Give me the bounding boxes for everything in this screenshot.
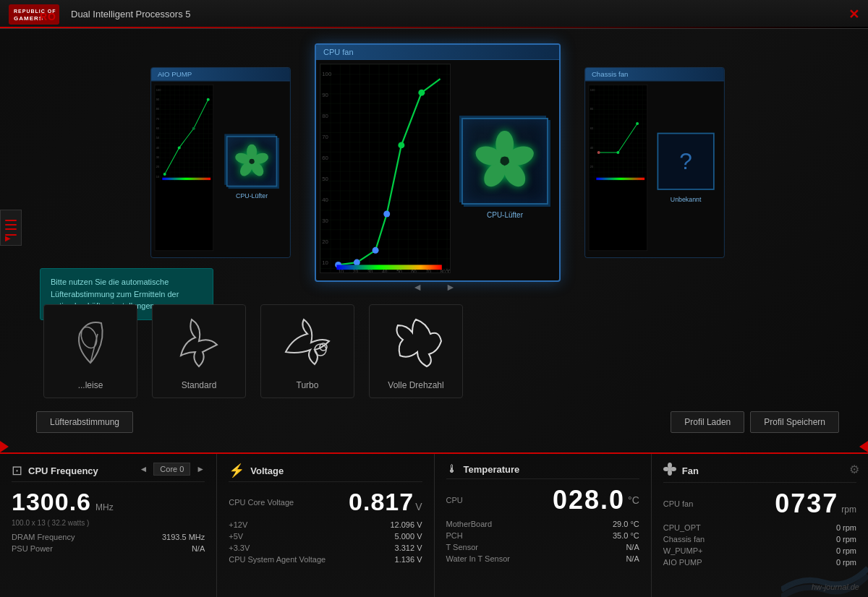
profile-buttons: Profil Laden Profil Speichern xyxy=(671,411,839,433)
cpu-opt-row: CPU_OPT 0 rpm xyxy=(663,523,856,532)
fan-card-title-cpu: CPU fan xyxy=(316,45,559,60)
stats-panel: ⊡ CPU Frequency ◄ Core 0 ► 1300.6 MHz 10… xyxy=(0,452,868,597)
fan-card-chassis[interactable]: Chassis fan 100 80 60 40 20 xyxy=(584,67,725,258)
fan-card-body-cpu: 100 90 80 70 60 50 40 30 20 10 10 20 30 xyxy=(316,60,559,277)
svg-point-69 xyxy=(597,151,600,154)
pch-temp-value: 35.0 °C xyxy=(613,531,639,540)
core-selector[interactable]: ◄ Core 0 ► xyxy=(136,463,208,476)
cpu-sub-info: 100.0 x 13 ( 32.2 watts ) xyxy=(12,519,205,527)
temp-header: 🌡 Temperature xyxy=(446,463,639,479)
standard-label: Standard xyxy=(182,380,217,390)
core-label: Core 0 xyxy=(153,463,190,476)
cpu-temp-main-row: CPU 028.0 °C xyxy=(446,485,639,515)
svg-text:80: 80 xyxy=(156,107,160,111)
tsensor-label: T Sensor xyxy=(446,543,478,551)
fan-controls-bar: Lüfterabstimmung Profil Laden Profil Spe… xyxy=(0,405,868,439)
stats-cpu-freq: ⊡ CPU Frequency ◄ Core 0 ► 1300.6 MHz 10… xyxy=(0,454,217,597)
svg-text:100: 100 xyxy=(156,88,161,92)
core-next-arrow[interactable]: ► xyxy=(193,463,208,476)
fan-modes-area: Bitte nutzen Sie die automatische Lüfter… xyxy=(0,297,868,405)
svg-text:90: 90 xyxy=(156,98,160,101)
aio-chart-area: 100 90 80 70 60 50 40 30 20 10 xyxy=(154,85,213,252)
svg-text:60: 60 xyxy=(322,155,328,161)
svg-rect-53 xyxy=(336,265,441,270)
svg-point-49 xyxy=(373,247,379,254)
aio-fan-name: CPU-Lüfter xyxy=(236,192,268,199)
cpu-core-voltage-display: 0.817 V xyxy=(349,488,422,516)
svg-rect-72 xyxy=(596,178,644,180)
cpu-fan-label: CPU fan xyxy=(663,499,694,508)
fan-header-icon xyxy=(663,463,676,479)
core-prev-arrow[interactable]: ◄ xyxy=(136,463,150,476)
turbo-label: Turbo xyxy=(297,380,319,390)
cpu-fan-rpm-display: 0737 rpm xyxy=(775,489,856,519)
main-content: ▶ AIO PUMP xyxy=(0,29,868,597)
cpu-freq-unit: MHz xyxy=(95,502,114,512)
mb-temp-label: MotherBoard xyxy=(446,520,493,528)
svg-text:ROG: ROG xyxy=(40,11,56,22)
svg-text:30: 30 xyxy=(156,155,160,159)
svg-text:70: 70 xyxy=(322,134,328,140)
cpu-fan-icon: CPU-Lüfter xyxy=(454,64,556,273)
svg-point-50 xyxy=(383,210,390,217)
cpu-fan-name: CPU-Lüfter xyxy=(487,211,523,219)
chassis-chart-area: 100 80 60 40 20 xyxy=(588,85,647,252)
svg-point-79 xyxy=(668,470,672,476)
svg-text:40: 40 xyxy=(590,146,594,150)
fan-mode-volle-drehzahl[interactable]: Volle Drehzahl xyxy=(369,304,463,398)
standard-icon xyxy=(170,312,228,380)
fan-card-cpu[interactable]: CPU fan 100 90 80 xyxy=(315,43,561,282)
svg-text:50: 50 xyxy=(322,176,328,182)
stats-fan: Fan ⚙ CPU fan 0737 rpm CPU_OPT 0 rpm Cha… xyxy=(652,454,868,597)
close-button[interactable]: ✕ xyxy=(848,7,859,22)
svg-text:60: 60 xyxy=(156,126,160,130)
gear-icon[interactable]: ⚙ xyxy=(849,463,859,476)
water-temp-value: N/A xyxy=(626,554,639,563)
cpu-fan-rpm-main-row: CPU fan 0737 rpm xyxy=(663,489,856,519)
psu-label: PSU Power xyxy=(12,544,53,553)
rog-logo: REPUBLIC OF GAMERS ROG xyxy=(9,4,59,25)
voltage-icon: ⚡ xyxy=(229,463,244,478)
svg-rect-4 xyxy=(155,85,213,181)
fan-mode-leise[interactable]: ...leise xyxy=(43,304,137,398)
pch-temp-row: PCH 35.0 °C xyxy=(446,531,639,540)
cpu-fan-box xyxy=(461,118,548,205)
fan-card-aio-pump[interactable]: AIO PUMP 100 90 xyxy=(150,67,291,258)
app-title: Dual Intelligent Processors 5 xyxy=(71,9,190,20)
profil-speichern-button[interactable]: Profil Speichern xyxy=(750,411,839,433)
voltage-header: ⚡ Voltage xyxy=(229,463,422,482)
cpu-sa-row: CPU System Agent Voltage 1.136 V xyxy=(229,555,422,564)
cpu-freq-display: 1300.6 MHz xyxy=(12,488,205,516)
svg-text:40: 40 xyxy=(322,197,328,203)
svg-point-70 xyxy=(616,151,619,154)
leise-label: ...leise xyxy=(78,380,103,390)
cpu-sa-value: 1.136 V xyxy=(395,555,422,564)
svg-point-26 xyxy=(249,158,254,163)
dram-row: DRAM Frequency 3193.5 MHz xyxy=(12,533,205,541)
svg-point-78 xyxy=(671,467,676,471)
cpu-temp-unit: °C xyxy=(628,494,639,506)
svg-text:100: 100 xyxy=(590,88,595,92)
cpu-opt-value: 0 rpm xyxy=(836,523,856,532)
v33-value: 3.312 V xyxy=(395,544,422,552)
cpu-fan-rpm-value: 0737 xyxy=(775,489,838,519)
svg-point-15 xyxy=(163,173,166,176)
cpu-freq-header: ⊡ CPU Frequency ◄ Core 0 ► xyxy=(12,463,205,482)
profil-laden-button[interactable]: Profil Laden xyxy=(671,411,744,433)
svg-text:40: 40 xyxy=(156,146,160,150)
cpu-core-voltage-value: 0.817 xyxy=(349,488,414,516)
cpu-freq-title: CPU Frequency xyxy=(28,465,98,476)
luefterabstimmung-button[interactable]: Lüfterabstimmung xyxy=(36,411,133,433)
svg-text:80: 80 xyxy=(322,113,328,119)
svg-text:60: 60 xyxy=(590,126,594,130)
fan-mode-standard[interactable]: Standard xyxy=(152,304,246,398)
fan-mode-turbo[interactable]: Turbo xyxy=(260,304,354,398)
temp-title: Temperature xyxy=(464,464,520,475)
stats-temperature: 🌡 Temperature CPU 028.0 °C MotherBoard 2… xyxy=(435,454,652,597)
cpu-temp-value: 028.0 xyxy=(553,485,625,515)
sidebar-toggle[interactable]: ▶ xyxy=(0,210,22,246)
chassis-fan-name: Unbekannt xyxy=(671,196,702,203)
cpu-fan-rpm-unit: rpm xyxy=(841,504,856,515)
volle-drehzahl-label: Volle Drehzahl xyxy=(388,380,443,390)
water-temp-label: Water In T Sensor xyxy=(446,554,510,563)
